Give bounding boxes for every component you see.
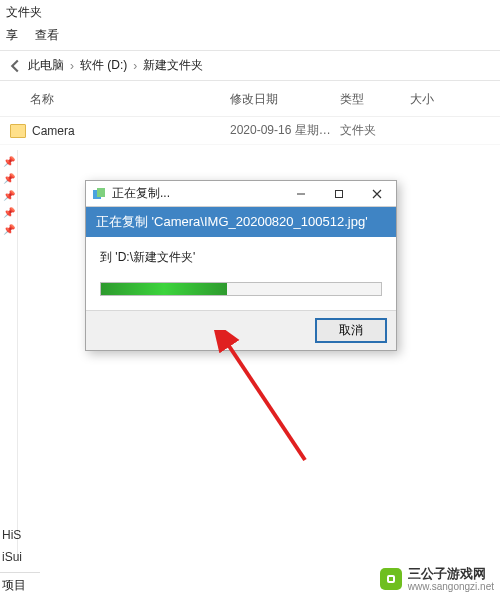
watermark-logo-icon [380, 568, 402, 590]
svg-rect-1 [97, 188, 105, 197]
pin-icon: 📌 [0, 150, 17, 167]
breadcrumb-root[interactable]: 此电脑 [28, 57, 64, 74]
quickaccess-pins: 📌 📌 📌 📌 📌 [0, 150, 18, 558]
annotation-arrow-icon [210, 330, 330, 470]
breadcrumb-folder[interactable]: 新建文件夹 [143, 57, 203, 74]
address-bar[interactable]: 此电脑 › 软件 (D:) › 新建文件夹 [0, 51, 500, 81]
pin-icon: 📌 [0, 201, 17, 218]
menubar: 享 查看 [0, 23, 500, 51]
dialog-body: 到 'D:\新建文件夹' [86, 237, 396, 311]
close-button[interactable] [358, 181, 396, 207]
row-type: 文件夹 [340, 122, 410, 139]
pin-icon: 📌 [0, 167, 17, 184]
breadcrumb-drive[interactable]: 软件 (D:) [80, 57, 127, 74]
col-date[interactable]: 修改日期 [230, 91, 340, 108]
cancel-button[interactable]: 取消 [316, 319, 386, 342]
svg-line-4 [225, 340, 305, 460]
dialog-headline: 正在复制 'Camera\IMG_20200820_100512.jpg' [86, 207, 396, 237]
folder-icon [10, 124, 26, 138]
menu-share[interactable]: 享 [6, 28, 18, 42]
quick-items: HiS iSui [0, 524, 40, 568]
col-name[interactable]: 名称 [30, 91, 230, 108]
watermark-url: www.sangongzi.net [408, 581, 494, 592]
status-bar: 项目 [0, 572, 40, 598]
nav-back-icon[interactable] [8, 59, 22, 73]
copy-dialog: 正在复制... 正在复制 'Camera\IMG_20200820_100512… [85, 180, 397, 351]
svg-rect-3 [336, 190, 343, 197]
menu-view[interactable]: 查看 [35, 28, 59, 42]
pin-icon: 📌 [0, 184, 17, 201]
list-header: 名称 修改日期 类型 大小 [0, 81, 500, 117]
watermark: 三公子游戏网 www.sangongzi.net [380, 567, 494, 592]
row-date: 2020-09-16 星期… [230, 122, 340, 139]
quick-item[interactable]: HiS [0, 524, 40, 546]
dialog-destination: 到 'D:\新建文件夹' [100, 249, 382, 266]
minimize-button[interactable] [282, 181, 320, 207]
progress-bar [100, 282, 382, 296]
list-row[interactable]: Camera 2020-09-16 星期… 文件夹 [0, 117, 500, 145]
maximize-button[interactable] [320, 181, 358, 207]
row-name: Camera [32, 124, 230, 138]
dialog-titlebar[interactable]: 正在复制... [86, 181, 396, 207]
dialog-title: 正在复制... [112, 185, 282, 202]
dialog-footer: 取消 [86, 311, 396, 350]
chevron-right-icon: › [133, 59, 137, 73]
watermark-brand: 三公子游戏网 [408, 567, 494, 581]
chevron-right-icon: › [70, 59, 74, 73]
copy-icon [92, 187, 106, 201]
window-title: 文件夹 [0, 0, 500, 23]
progress-fill [101, 283, 227, 295]
pin-icon: 📌 [0, 218, 17, 235]
col-size[interactable]: 大小 [410, 91, 470, 108]
col-type[interactable]: 类型 [340, 91, 410, 108]
quick-item[interactable]: iSui [0, 546, 40, 568]
